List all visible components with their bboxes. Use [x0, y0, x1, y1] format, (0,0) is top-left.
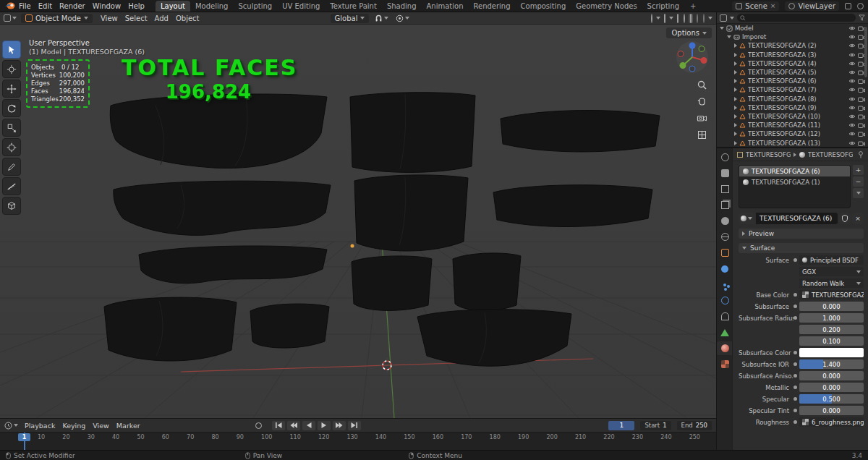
- cloth-object-10[interactable]: [104, 297, 237, 361]
- tab-scene[interactable]: [717, 214, 733, 228]
- hide-viewport-icon[interactable]: [848, 87, 856, 93]
- workspace-tab[interactable]: Shading: [382, 1, 422, 12]
- material-slot[interactable]: TEXTURESOFGAZA (6): [739, 166, 850, 176]
- expand-icon[interactable]: [734, 70, 737, 74]
- mode-dropdown[interactable]: Object Mode: [21, 14, 93, 23]
- editor-type-button[interactable]: [4, 14, 17, 22]
- show-overlays-toggle[interactable]: [663, 14, 667, 23]
- filter-icon[interactable]: [859, 14, 865, 21]
- hide-viewport-icon[interactable]: [848, 52, 856, 58]
- hide-viewport-icon[interactable]: [848, 96, 856, 102]
- tab-modifiers[interactable]: [717, 262, 733, 276]
- add-workspace-button[interactable]: +: [687, 2, 699, 10]
- disable-render-icon[interactable]: [858, 140, 865, 146]
- expand-icon[interactable]: [734, 141, 737, 145]
- topbar-menu-item[interactable]: Help: [124, 2, 148, 10]
- orthographic-toggle-icon[interactable]: [697, 129, 707, 140]
- hide-viewport-icon[interactable]: [848, 140, 856, 146]
- new-viewlayer-icon[interactable]: [845, 3, 851, 9]
- preview-section-header[interactable]: Preview: [739, 229, 864, 239]
- tab-object-data[interactable]: [717, 325, 733, 339]
- hide-viewport-icon[interactable]: [848, 25, 856, 31]
- play-reverse-button[interactable]: [302, 421, 315, 430]
- outliner-item[interactable]: TEXTURESOFGAZA (6): [717, 77, 868, 85]
- outliner-item[interactable]: TEXTURESOFGAZA (7): [717, 85, 868, 94]
- subsurface-anisotropy-slider[interactable]: 0.000: [799, 371, 864, 380]
- unlink-material-button[interactable]: ×: [852, 213, 864, 224]
- frame-start-field[interactable]: Start1: [640, 421, 671, 430]
- hide-viewport-icon[interactable]: [848, 61, 856, 67]
- next-keyframe-button[interactable]: [333, 421, 346, 430]
- outliner-scrollbar[interactable]: [864, 27, 867, 77]
- hide-viewport-icon[interactable]: [848, 43, 856, 48]
- viewport-menu-item[interactable]: Select: [122, 14, 151, 22]
- subsurface-radius-y[interactable]: 0.200: [799, 325, 864, 334]
- timeline-ruler[interactable]: 1020304050607080901001101201301401501601…: [0, 432, 716, 451]
- tab-constraints[interactable]: [717, 310, 733, 323]
- hide-viewport-icon[interactable]: [848, 105, 856, 111]
- transform-orientation-dropdown[interactable]: Global: [331, 14, 370, 23]
- workspace-tab[interactable]: Texture Paint: [325, 1, 382, 12]
- disable-render-icon[interactable]: [858, 114, 865, 119]
- scene-selector[interactable]: Scene ×: [732, 1, 779, 11]
- blender-logo-icon[interactable]: [4, 1, 15, 10]
- tool-scale[interactable]: [2, 119, 21, 137]
- tab-texture[interactable]: [717, 357, 733, 371]
- expand-icon[interactable]: [727, 35, 731, 38]
- subsurface-color-swatch[interactable]: [799, 348, 864, 357]
- expand-icon[interactable]: [734, 53, 737, 57]
- workspace-tab[interactable]: Rendering: [468, 1, 515, 12]
- fake-user-button[interactable]: [839, 213, 851, 224]
- playhead[interactable]: 1: [24, 433, 25, 451]
- hide-viewport-icon[interactable]: [848, 78, 856, 84]
- topbar-menu-item[interactable]: File: [15, 2, 35, 10]
- remove-slot-button[interactable]: −: [853, 176, 864, 187]
- outliner-item[interactable]: TEXTURESOFGAZA (2): [717, 41, 868, 50]
- cloth-object-6[interactable]: [493, 185, 652, 227]
- outliner-row-collection[interactable]: Imporet: [717, 33, 868, 41]
- current-frame-field[interactable]: 1: [608, 421, 634, 430]
- workspace-tab[interactable]: Compositing: [516, 1, 571, 12]
- distribution-dropdown[interactable]: GGX: [799, 267, 864, 276]
- collection-checkbox-icon[interactable]: [726, 25, 733, 32]
- cloth-object-4[interactable]: [114, 181, 331, 235]
- specular-tint-slider[interactable]: 0.000: [799, 406, 864, 415]
- breadcrumb-object[interactable]: TEXTURESOFG...: [746, 151, 791, 158]
- tool-rotate[interactable]: [2, 99, 21, 117]
- unlink-scene-icon[interactable]: ×: [770, 2, 776, 9]
- tab-render[interactable]: [717, 166, 733, 180]
- tab-world[interactable]: [717, 230, 733, 244]
- disable-render-icon[interactable]: [858, 87, 865, 93]
- expand-icon[interactable]: [734, 106, 737, 110]
- workspace-tab[interactable]: Scripting: [642, 1, 684, 12]
- tool-move[interactable]: [2, 80, 21, 98]
- surface-section-header[interactable]: Surface: [739, 243, 864, 253]
- jump-to-end-button[interactable]: [348, 421, 361, 430]
- remove-viewlayer-icon[interactable]: [857, 3, 864, 9]
- disable-render-icon[interactable]: [858, 96, 865, 102]
- outliner-editor-icon[interactable]: [720, 14, 727, 22]
- workspace-tab[interactable]: UV Editing: [277, 1, 325, 12]
- expand-icon[interactable]: [720, 27, 724, 30]
- jump-to-start-button[interactable]: [272, 421, 285, 430]
- tool-select-box[interactable]: [2, 41, 21, 59]
- pin-icon[interactable]: [858, 151, 864, 158]
- expand-icon[interactable]: [734, 43, 737, 48]
- cloth-object-7[interactable]: [139, 246, 327, 284]
- viewlayer-selector[interactable]: ViewLayer: [785, 1, 839, 11]
- proportional-editing-toggle[interactable]: [394, 14, 411, 23]
- roughness-texture-button[interactable]: 6_roughness.png ×: [799, 417, 864, 427]
- topbar-menu-item[interactable]: Edit: [35, 2, 56, 10]
- expand-icon[interactable]: [734, 132, 737, 136]
- topbar-menu-item[interactable]: Render: [56, 2, 89, 10]
- disable-render-icon[interactable]: [858, 105, 865, 111]
- cloth-object-9[interactable]: [453, 253, 521, 310]
- expand-icon[interactable]: [734, 88, 737, 92]
- outliner-item[interactable]: TEXTURESOFGAZA (4): [717, 59, 868, 68]
- cloth-object-11[interactable]: [250, 304, 329, 348]
- viewport-menu-item[interactable]: Add: [151, 14, 172, 22]
- tool-measure[interactable]: [2, 177, 21, 195]
- auto-keyframe-toggle[interactable]: [255, 422, 262, 429]
- options-dropdown[interactable]: Options: [666, 27, 712, 38]
- tab-object[interactable]: [717, 246, 733, 260]
